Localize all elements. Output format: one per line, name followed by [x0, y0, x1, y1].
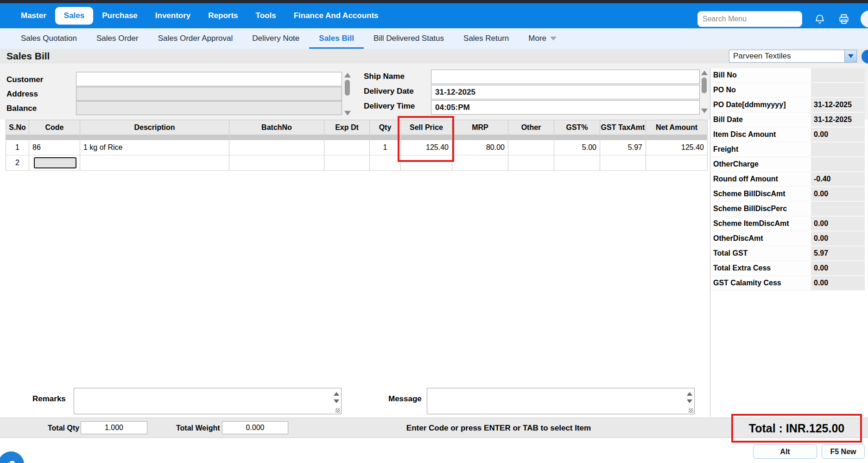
remarks-textarea[interactable] — [74, 388, 342, 414]
address-label: Address — [6, 90, 38, 99]
f5-new-button[interactable]: F5 New — [822, 444, 865, 459]
profile-avatar[interactable] — [861, 11, 868, 27]
textarea-scroll-up-icon[interactable] — [334, 392, 339, 396]
cell-qty[interactable]: 1 — [370, 140, 401, 155]
panel-value[interactable]: 0.00 — [811, 217, 865, 231]
panel-value[interactable] — [811, 157, 865, 171]
panel-value[interactable]: 5.97 — [811, 246, 865, 260]
nav-item-finance[interactable]: Finance And Accounts — [285, 7, 387, 25]
cell-code[interactable]: 86 — [29, 140, 80, 155]
resize-handle-icon[interactable] — [336, 408, 340, 413]
panel-value[interactable]: 0.00 — [811, 187, 865, 201]
col-header-batchno[interactable]: BatchNo — [229, 120, 324, 135]
panel-value[interactable] — [811, 68, 865, 82]
cell-mrp[interactable]: 80.00 — [452, 140, 508, 155]
tab-delivery-note[interactable]: Delivery Note — [242, 28, 309, 49]
search-input[interactable] — [697, 11, 802, 27]
nav-item-tools[interactable]: Tools — [247, 7, 285, 25]
col-header-gst-taxamt[interactable]: GST TaxAmt — [600, 120, 646, 135]
panel-label: Freight — [710, 142, 811, 156]
panel-value[interactable]: 0.00 — [811, 128, 865, 141]
code-entry-input[interactable] — [34, 157, 76, 168]
user-avatar-circle[interactable] — [862, 50, 868, 64]
cell-description[interactable]: 1 kg of Rice — [80, 140, 229, 155]
dropdown-arrow-icon — [848, 54, 854, 58]
cell-mrp[interactable] — [452, 155, 508, 171]
ship-name-field[interactable] — [431, 70, 700, 84]
scroll-thumb[interactable] — [702, 77, 707, 93]
cell-net-amount[interactable] — [646, 155, 708, 171]
company-select-button[interactable] — [844, 50, 856, 62]
scroll-thumb[interactable] — [345, 80, 350, 96]
cell-description[interactable] — [80, 155, 229, 171]
tab-sales-order[interactable]: Sales Order — [87, 28, 148, 49]
col-header-net-amount[interactable]: Net Amount — [646, 120, 708, 135]
panel-value[interactable]: 31-12-2025 — [811, 98, 865, 112]
cell-batchno[interactable] — [229, 155, 324, 171]
cell-batchno[interactable] — [229, 140, 324, 155]
cell-gst-taxamt[interactable]: 5.97 — [600, 140, 646, 155]
cell-other[interactable] — [508, 155, 554, 171]
panel-value[interactable]: -0.40 — [811, 172, 865, 186]
col-header-mrp[interactable]: MRP — [452, 120, 508, 135]
textarea-scroll-down-icon[interactable] — [687, 399, 692, 403]
panel-value[interactable]: 0.00 — [811, 232, 865, 245]
table-row[interactable]: 1 86 1 kg of Rice 1 125.40 80.00 5.00 5.… — [6, 140, 708, 155]
cell-gst[interactable] — [554, 155, 600, 171]
tab-sales-bill[interactable]: Sales Bill — [309, 28, 364, 49]
nav-item-sales[interactable]: Sales — [55, 7, 93, 25]
tab-sales-return[interactable]: Sales Return — [454, 28, 519, 49]
scroll-down-icon[interactable] — [701, 109, 708, 113]
tab-sales-order-approval[interactable]: Sales Order Approval — [148, 28, 243, 49]
chat-launcher[interactable] — [0, 451, 24, 463]
ship-scrollbar[interactable] — [701, 71, 708, 113]
cell-other[interactable] — [508, 140, 554, 155]
printer-icon[interactable] — [837, 13, 850, 26]
cell-net-amount[interactable]: 125.40 — [646, 140, 708, 155]
nav-item-reports[interactable]: Reports — [199, 7, 247, 25]
delivery-date-field[interactable] — [431, 85, 700, 99]
tab-sales-quotation[interactable]: Sales Quotation — [11, 28, 87, 49]
total-qty-field[interactable] — [81, 421, 147, 434]
cell-qty[interactable] — [370, 155, 401, 171]
panel-value[interactable] — [811, 202, 865, 216]
col-header-qty[interactable]: Qty — [370, 120, 401, 135]
col-header-gst[interactable]: GST% — [554, 120, 600, 135]
col-header-code[interactable]: Code — [29, 120, 80, 135]
cell-code[interactable] — [29, 155, 80, 171]
customer-field[interactable] — [76, 72, 342, 86]
alt-button[interactable]: Alt — [753, 444, 817, 459]
tab-bill-delivered-status[interactable]: Bill Delivered Status — [364, 28, 454, 49]
textarea-scroll-down-icon[interactable] — [334, 399, 339, 403]
message-textarea[interactable] — [427, 388, 695, 414]
col-header-other[interactable]: Other — [508, 120, 554, 135]
customer-scrollbar[interactable] — [344, 73, 351, 116]
panel-value[interactable]: 0.00 — [811, 261, 865, 275]
cell-expdt[interactable] — [324, 155, 370, 171]
col-header-description[interactable]: Description — [80, 120, 229, 135]
total-weight-field[interactable] — [222, 421, 288, 434]
nav-item-master[interactable]: Master — [12, 7, 55, 25]
panel-value[interactable] — [811, 83, 865, 97]
scroll-down-icon[interactable] — [344, 111, 351, 116]
panel-value[interactable] — [811, 142, 865, 156]
panel-row: OtherCharge — [710, 157, 865, 172]
col-header-sno[interactable]: S.No — [6, 120, 29, 135]
tab-more[interactable]: More — [519, 28, 566, 49]
col-header-expdt[interactable]: Exp Dt — [324, 120, 370, 135]
nav-item-inventory[interactable]: Inventory — [146, 7, 200, 25]
panel-value[interactable]: 0.00 — [811, 276, 865, 290]
cell-gst-taxamt[interactable] — [600, 155, 646, 171]
company-select[interactable]: Parveen Textiles — [729, 50, 857, 63]
nav-item-purchase[interactable]: Purchase — [93, 7, 146, 25]
bell-icon[interactable] — [813, 13, 826, 26]
scroll-up-icon[interactable] — [701, 71, 708, 75]
table-row[interactable]: 2 — [6, 155, 708, 171]
cell-expdt[interactable] — [324, 140, 370, 155]
textarea-scroll-up-icon[interactable] — [687, 392, 692, 396]
panel-value[interactable]: 31-12-2025 — [811, 113, 865, 127]
delivery-time-field[interactable] — [431, 100, 700, 115]
resize-handle-icon[interactable] — [689, 408, 693, 413]
cell-gst[interactable]: 5.00 — [554, 140, 600, 155]
scroll-up-icon[interactable] — [344, 73, 351, 77]
